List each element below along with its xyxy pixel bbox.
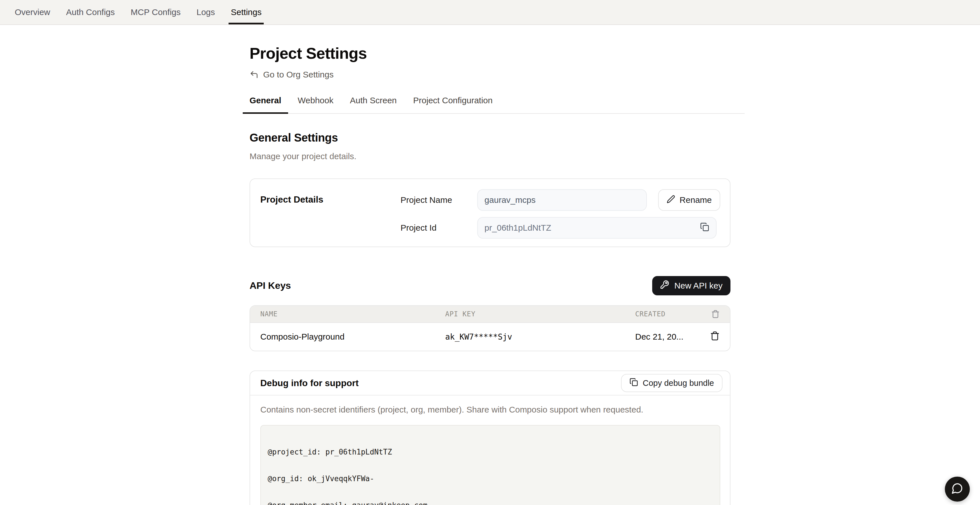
nav-item-mcp-configs[interactable]: MCP Configs bbox=[123, 0, 189, 24]
chat-bubble-icon bbox=[951, 482, 963, 496]
table-header-row: NAME API KEY CREATED bbox=[250, 306, 730, 323]
nav-item-overview[interactable]: Overview bbox=[7, 0, 58, 24]
project-details-title: Project Details bbox=[260, 189, 401, 237]
debug-card-body: Contains non-secret identifiers (project… bbox=[250, 395, 730, 505]
project-name-label: Project Name bbox=[401, 195, 477, 205]
go-to-org-settings-link[interactable]: Go to Org Settings bbox=[250, 70, 334, 80]
page-title: Project Settings bbox=[250, 44, 730, 63]
table-row: Composio-Playground ak_KW7*****Sjv Dec 2… bbox=[250, 323, 730, 350]
tab-project-configuration[interactable]: Project Configuration bbox=[406, 95, 500, 113]
pencil-icon bbox=[667, 195, 675, 206]
api-key-created: Dec 21, 20... bbox=[635, 332, 704, 342]
debug-description: Contains non-secret identifiers (project… bbox=[260, 404, 720, 415]
project-id-row: Project Id pr_06th1pLdNtTZ bbox=[401, 217, 720, 239]
debug-code-block: @project_id: pr_06th1pLdNtTZ @org_id: ok… bbox=[260, 425, 720, 505]
general-settings-heading: General Settings bbox=[250, 131, 730, 144]
tab-auth-screen[interactable]: Auth Screen bbox=[343, 95, 404, 113]
copy-debug-bundle-button[interactable]: Copy debug bundle bbox=[621, 374, 722, 392]
header-api-key: API KEY bbox=[445, 310, 635, 318]
new-api-key-label: New API key bbox=[674, 281, 722, 290]
api-keys-table: NAME API KEY CREATED Composio-Playground… bbox=[250, 305, 730, 351]
nav-item-settings[interactable]: Settings bbox=[223, 0, 269, 24]
project-details-fields: Project Name Rename Project Id bbox=[401, 189, 720, 237]
project-id-field: pr_06th1pLdNtTZ bbox=[477, 217, 717, 239]
nav-item-logs[interactable]: Logs bbox=[189, 0, 223, 24]
settings-tabs: General Webhook Auth Screen Project Conf… bbox=[243, 95, 745, 114]
row-actions bbox=[704, 331, 720, 343]
tab-webhook[interactable]: Webhook bbox=[291, 95, 340, 113]
copy-debug-bundle-label: Copy debug bundle bbox=[643, 379, 714, 388]
back-link-label: Go to Org Settings bbox=[263, 70, 334, 80]
debug-card-header: Debug info for support Copy debug bundle bbox=[250, 371, 730, 395]
new-api-key-button[interactable]: New API key bbox=[652, 276, 730, 295]
debug-info-card: Debug info for support Copy debug bundle… bbox=[250, 371, 730, 505]
app-window: Overview Auth Configs MCP Configs Logs S… bbox=[0, 0, 980, 505]
top-nav: Overview Auth Configs MCP Configs Logs S… bbox=[0, 0, 980, 25]
copy-project-id-button[interactable] bbox=[700, 222, 709, 234]
api-key-value: ak_KW7*****Sjv bbox=[445, 332, 635, 342]
code-line: @org_member_email: gaurav@inkeep.com bbox=[268, 501, 713, 505]
api-key-name: Composio-Playground bbox=[260, 332, 445, 342]
project-id-label: Project Id bbox=[401, 223, 477, 233]
header-name: NAME bbox=[260, 310, 445, 318]
project-id-value: pr_06th1pLdNtTZ bbox=[485, 223, 551, 233]
general-settings-subtitle: Manage your project details. bbox=[250, 151, 730, 162]
api-keys-header: API Keys New API key bbox=[250, 270, 730, 301]
rename-button-label: Rename bbox=[680, 195, 712, 205]
header-actions bbox=[704, 310, 720, 318]
chat-button[interactable] bbox=[945, 476, 970, 502]
nav-item-auth-configs[interactable]: Auth Configs bbox=[58, 0, 123, 24]
project-name-input[interactable] bbox=[477, 189, 647, 211]
api-keys-heading: API Keys bbox=[250, 280, 291, 291]
code-line: @project_id: pr_06th1pLdNtTZ bbox=[268, 448, 713, 457]
copy-icon bbox=[630, 378, 638, 389]
main-content: Project Settings Go to Org Settings Gene… bbox=[250, 44, 730, 505]
key-icon bbox=[660, 280, 669, 291]
delete-api-key-button[interactable] bbox=[710, 331, 720, 343]
trash-icon bbox=[710, 331, 720, 343]
tab-general[interactable]: General bbox=[243, 95, 288, 113]
rename-button[interactable]: Rename bbox=[658, 189, 720, 211]
code-line: @org_id: ok_jVveqqkYFWa- bbox=[268, 474, 713, 483]
project-name-row: Project Name Rename bbox=[401, 189, 720, 211]
header-created: CREATED bbox=[635, 310, 704, 318]
copy-icon bbox=[700, 222, 709, 234]
return-arrow-icon bbox=[250, 70, 259, 79]
trash-icon bbox=[711, 310, 720, 318]
debug-card-title: Debug info for support bbox=[260, 378, 359, 389]
project-details-card: Project Details Project Name Rename bbox=[250, 178, 730, 247]
